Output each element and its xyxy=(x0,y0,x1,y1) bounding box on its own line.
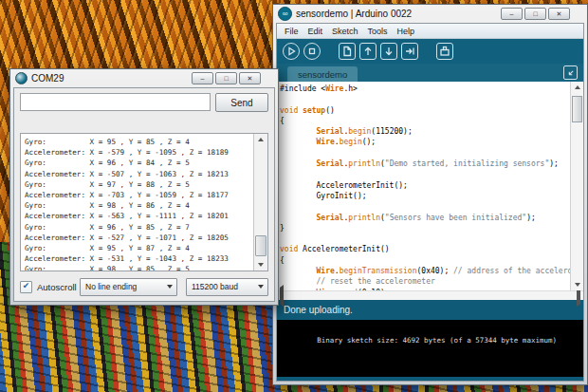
code-line: Wire.begin(); xyxy=(280,137,570,147)
serial-output: Gyro: X = 95 , Y = 85 , Z = 4Acceleromet… xyxy=(21,134,253,271)
status-text: Done uploading. xyxy=(284,305,353,315)
arduino-app-icon: ∞ xyxy=(278,7,292,21)
new-tab-icon xyxy=(565,67,577,79)
open-icon xyxy=(361,45,375,58)
arduino-caption-buttons: – □ ✕ xyxy=(501,8,570,20)
arduino-window-title: sensordemo | Arduino 0022 xyxy=(296,9,412,19)
verify-button[interactable] xyxy=(283,43,300,60)
menu-file[interactable]: File xyxy=(280,27,303,36)
serial-line: Accelerometer: X = -703 , Y = -1059 , Z … xyxy=(25,190,253,200)
serial-line: Gyro: X = 95 , Y = 85 , Z = 4 xyxy=(25,137,253,147)
stop-icon xyxy=(305,45,319,58)
status-bar: Done uploading. xyxy=(277,300,583,320)
serial-line: Gyro: X = 95 , Y = 87 , Z = 4 xyxy=(25,243,253,253)
menu-bar: File Edit Sketch Tools Help xyxy=(277,24,583,39)
code-line: { xyxy=(280,116,570,126)
tab-menu-button[interactable] xyxy=(563,65,578,80)
code-line: Serial.begin(115200); xyxy=(280,126,570,137)
serial-line: Gyro: X = 96 , Y = 84 , Z = 5 xyxy=(25,158,253,168)
line-ending-dropdown[interactable]: No line ending xyxy=(80,278,177,296)
serial-scrollbar-thumb[interactable] xyxy=(255,235,266,256)
code-line xyxy=(280,233,570,244)
menu-edit[interactable]: Edit xyxy=(303,27,328,36)
code-line xyxy=(280,201,570,212)
scroll-down-icon[interactable] xyxy=(254,259,267,271)
line-number: 1 xyxy=(282,379,285,382)
serial-scrollbar[interactable] xyxy=(253,134,267,271)
new-sketch-button[interactable] xyxy=(339,43,356,60)
scroll-up-icon[interactable] xyxy=(571,82,583,93)
console-text: Binary sketch size: 4692 bytes (of a 573… xyxy=(317,336,557,345)
save-icon xyxy=(382,45,395,58)
serial-titlebar[interactable]: COM29 – □ ✕ xyxy=(10,69,278,87)
serial-line: Accelerometer: X = -579 , Y = -1095 , Z … xyxy=(25,147,253,158)
code-line xyxy=(280,169,570,179)
stop-button[interactable] xyxy=(303,43,321,60)
code-line xyxy=(280,94,570,104)
code-line: // reset the accelerometer xyxy=(280,276,570,287)
code-line: Serial.println("Sensors have been initia… xyxy=(280,213,570,223)
chevron-down-icon xyxy=(258,285,264,289)
serial-bottom-bar: Autoscroll No line ending 115200 baud xyxy=(20,277,268,296)
serial-line: Accelerometer: X = -527 , Y = -1071 , Z … xyxy=(25,233,253,243)
close-button[interactable]: ✕ xyxy=(239,72,261,84)
serial-window-body: Send Gyro: X = 95 , Y = 85 , Z = 4Accele… xyxy=(13,87,275,302)
line-indicator-bar: 1 xyxy=(277,377,583,382)
serial-window-icon xyxy=(15,72,28,84)
tab-sensordemo[interactable]: sensordemo xyxy=(287,66,358,82)
save-button[interactable] xyxy=(380,43,397,60)
arduino-titlebar[interactable]: ∞ sensordemo | Arduino 0022 – □ ✕ xyxy=(273,5,587,23)
console-output: Binary sketch size: 4692 bytes (of a 573… xyxy=(277,320,583,377)
line-ending-value: No line ending xyxy=(85,282,137,291)
toolbar xyxy=(277,39,583,64)
close-icon: ✕ xyxy=(557,10,562,17)
maximize-button[interactable]: □ xyxy=(524,8,546,20)
minimize-button[interactable]: – xyxy=(192,72,213,84)
arduino-ide-window: ∞ sensordemo | Arduino 0022 – □ ✕ File E… xyxy=(272,4,588,385)
send-button[interactable]: Send xyxy=(215,93,268,112)
maximize-button[interactable]: □ xyxy=(215,72,237,84)
serial-line: Gyro: X = 98 , Y = 86 , Z = 4 xyxy=(25,200,253,211)
code-line: AccelerometerInit(); xyxy=(280,180,570,191)
baud-rate-dropdown[interactable]: 115200 baud xyxy=(186,278,268,296)
editor-scrollbar-thumb[interactable] xyxy=(572,96,582,122)
code-line: #include <Wire.h> xyxy=(280,84,570,94)
scroll-up-icon[interactable] xyxy=(254,134,267,145)
menu-sketch[interactable]: Sketch xyxy=(327,27,363,36)
code-line: void setup() xyxy=(280,105,570,116)
serial-line: Accelerometer: X = -563 , Y = -1111 , Z … xyxy=(25,211,253,221)
code-line: } xyxy=(280,223,570,233)
autoscroll-checkbox[interactable] xyxy=(20,281,32,293)
autoscroll-label: Autoscroll xyxy=(37,282,77,292)
serial-line: Gyro: X = 96 , Y = 85 , Z = 7 xyxy=(25,222,253,233)
editor-area: #include <Wire.h>void setup(){ Serial.be… xyxy=(277,82,583,290)
code-line: { xyxy=(280,255,570,266)
code-line: Wire.send(0x10); xyxy=(280,288,570,290)
code-line: GyroInit(); xyxy=(280,191,570,201)
upload-button[interactable] xyxy=(401,43,418,60)
open-button[interactable] xyxy=(359,43,377,60)
baud-rate-value: 115200 baud xyxy=(192,282,238,291)
menu-tools[interactable]: Tools xyxy=(363,27,393,36)
editor-scrollbar[interactable] xyxy=(570,82,583,290)
close-button[interactable]: ✕ xyxy=(548,8,570,20)
minimize-icon: – xyxy=(201,75,205,82)
code-line: void AccelerometerInit() xyxy=(280,244,570,254)
serial-output-area: Gyro: X = 95 , Y = 85 , Z = 4Acceleromet… xyxy=(20,133,268,271)
serial-monitor-button[interactable] xyxy=(436,43,453,60)
minimize-icon: – xyxy=(510,10,514,17)
code-editor[interactable]: #include <Wire.h>void setup(){ Serial.be… xyxy=(277,82,570,290)
close-icon: ✕ xyxy=(248,75,253,82)
scroll-left-icon[interactable] xyxy=(280,288,284,305)
upload-icon xyxy=(403,45,416,58)
menu-help[interactable]: Help xyxy=(393,27,420,36)
serial-line: Accelerometer: X = -507 , Y = -1063 , Z … xyxy=(25,169,253,179)
serial-input[interactable] xyxy=(20,93,211,111)
serial-monitor-icon xyxy=(438,45,451,58)
maximize-icon: □ xyxy=(224,75,228,82)
scroll-down-icon[interactable] xyxy=(571,279,583,290)
minimize-button[interactable]: – xyxy=(501,8,523,20)
send-row: Send xyxy=(20,93,268,112)
editor-hscrollbar[interactable] xyxy=(277,290,583,300)
serial-line: Gyro: X = 97 , Y = 88 , Z = 5 xyxy=(25,179,253,190)
